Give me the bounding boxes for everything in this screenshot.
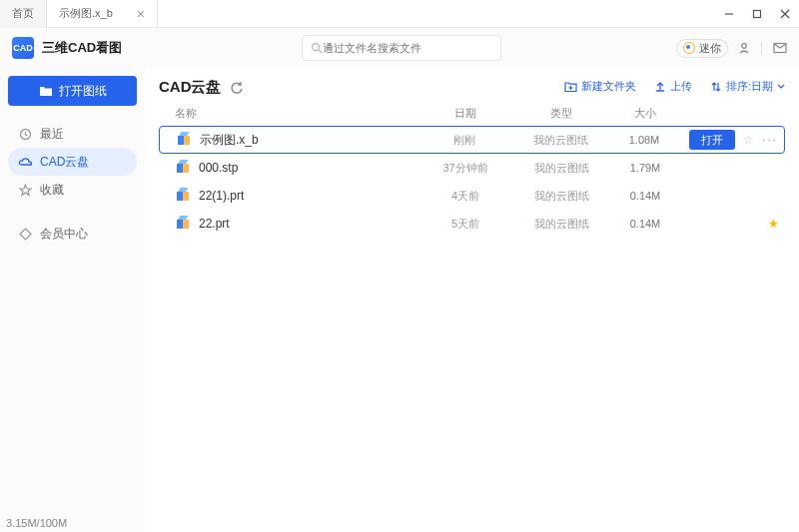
tab-home[interactable]: 首页 — [0, 0, 47, 28]
star-icon[interactable]: ☆ — [743, 133, 754, 147]
open-drawing-button[interactable]: 打开图纸 — [8, 76, 137, 106]
mini-mode-button[interactable]: 迷你 — [676, 39, 728, 58]
file-name: 22.prt — [199, 217, 230, 231]
app-header: CAD 三维CAD看图 迷你 | — [0, 28, 799, 68]
table-header: 名称 日期 类型 大小 — [159, 100, 785, 126]
file-list: 示例图.x_b刚刚我的云图纸1.08M打开☆···000.stp37分钟前我的云… — [159, 126, 785, 238]
file-name: 000.stp — [199, 161, 238, 175]
file-icon — [175, 188, 191, 204]
close-icon[interactable]: × — [137, 7, 145, 21]
file-size: 1.79M — [609, 162, 681, 174]
file-name: 22(1).prt — [199, 189, 244, 203]
sidebar-item-favorites[interactable]: 收藏 — [8, 176, 137, 204]
svg-line-5 — [319, 50, 322, 53]
file-icon — [175, 160, 191, 176]
sort-button[interactable]: 排序:日期 — [710, 79, 785, 94]
file-icon — [176, 132, 192, 148]
sidebar: 打开图纸 最近 CAD云盘 收藏 会员中心 — [0, 68, 145, 514]
table-row[interactable]: 示例图.x_b刚刚我的云图纸1.08M打开☆··· — [159, 126, 785, 154]
svg-rect-1 — [754, 10, 761, 17]
star-icon[interactable]: ★ — [768, 217, 779, 231]
file-type: 我的云图纸 — [513, 217, 609, 232]
search-icon — [311, 42, 323, 54]
file-size: 0.14M — [609, 190, 681, 202]
file-size: 0.14M — [609, 218, 681, 230]
open-file-button[interactable]: 打开 — [689, 130, 735, 150]
user-icon[interactable] — [738, 42, 750, 54]
svg-point-4 — [313, 44, 320, 51]
folder-plus-icon — [564, 81, 577, 93]
diamond-icon — [18, 228, 32, 241]
more-icon[interactable]: ··· — [762, 133, 778, 147]
file-type: 我的云图纸 — [512, 133, 608, 148]
status-bar: 3.15M/100M — [0, 514, 145, 532]
storage-usage: 3.15M/100M — [6, 517, 67, 529]
file-date: 5天前 — [417, 217, 513, 232]
file-name: 示例图.x_b — [200, 132, 259, 149]
search-box[interactable] — [302, 35, 501, 61]
app-name: 三维CAD看图 — [42, 39, 122, 57]
table-row[interactable]: 000.stp37分钟前我的云图纸1.79M — [159, 154, 785, 182]
toolbar: 新建文件夹 上传 排序:日期 — [159, 79, 785, 94]
file-size: 1.08M — [608, 134, 680, 146]
mini-icon — [683, 42, 695, 54]
upload-button[interactable]: 上传 — [654, 79, 692, 94]
folder-icon — [39, 85, 53, 97]
maximize-button[interactable] — [743, 0, 771, 28]
clock-icon — [18, 128, 32, 141]
search-input[interactable] — [323, 42, 492, 54]
title-bar: 首页 示例图.x_b × — [0, 0, 799, 28]
minimize-button[interactable] — [715, 0, 743, 28]
table-row[interactable]: 22(1).prt4天前我的云图纸0.14M — [159, 182, 785, 210]
new-folder-button[interactable]: 新建文件夹 — [564, 79, 636, 94]
file-type: 我的云图纸 — [513, 189, 609, 204]
refresh-icon[interactable] — [230, 81, 244, 95]
sort-icon — [710, 81, 722, 93]
file-date: 4天前 — [417, 189, 513, 204]
close-button[interactable] — [771, 0, 799, 28]
app-logo-icon: CAD — [12, 37, 34, 59]
tab-file[interactable]: 示例图.x_b × — [47, 0, 158, 28]
upload-icon — [654, 81, 666, 93]
file-type: 我的云图纸 — [513, 161, 609, 176]
sidebar-item-member[interactable]: 会员中心 — [8, 220, 137, 248]
star-icon — [18, 184, 32, 197]
svg-point-6 — [742, 44, 747, 49]
mail-icon[interactable] — [773, 42, 787, 54]
file-date: 刚刚 — [416, 133, 512, 148]
file-icon — [175, 216, 191, 232]
chevron-down-icon — [777, 83, 785, 91]
file-date: 37分钟前 — [417, 161, 513, 176]
sidebar-item-cloud[interactable]: CAD云盘 — [8, 148, 137, 176]
sidebar-item-recent[interactable]: 最近 — [8, 120, 137, 148]
cloud-icon — [18, 157, 32, 168]
table-row[interactable]: 22.prt5天前我的云图纸0.14M★ — [159, 210, 785, 238]
main-panel: CAD云盘 新建文件夹 上传 排序:日期 名称 日期 类型 大小 示例图.x_b… — [145, 68, 799, 514]
